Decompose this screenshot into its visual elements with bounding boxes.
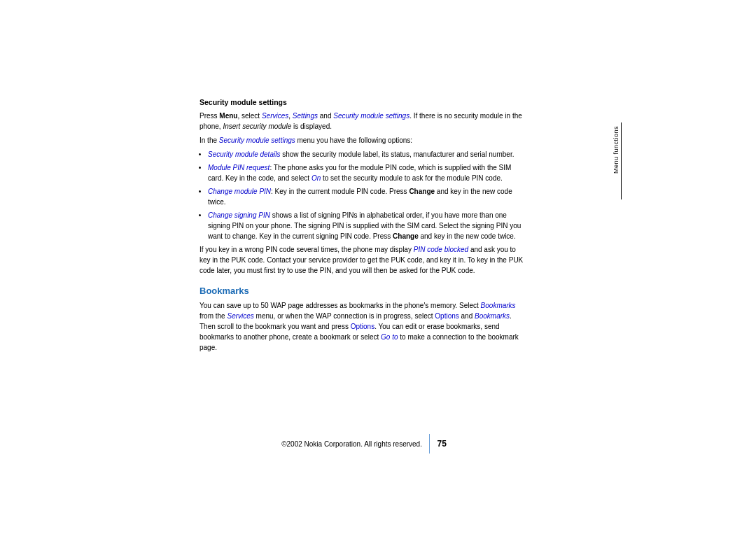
settings-link: Settings — [293, 112, 318, 120]
go-to-link: Go to — [381, 333, 398, 341]
page: Menu functions Security module settings … — [0, 0, 756, 534]
copyright-text: ©2002 Nokia Corporation. All rights rese… — [281, 440, 422, 448]
security-module-details-link: Security module details — [208, 150, 280, 158]
change-bold-2: Change — [393, 232, 419, 240]
bookmarks-link-2: Bookmarks — [475, 312, 510, 320]
module-pin-request-link: Module PIN request — [208, 164, 270, 171]
footer: ©2002 Nokia Corporation. All rights rese… — [200, 434, 528, 454]
on-link: On — [312, 174, 321, 182]
bookmarks-paragraph: You can save up to 50 WAP page addresses… — [200, 300, 528, 353]
content-area: Security module settings Press Menu, sel… — [200, 98, 528, 356]
security-intro-2: In the Security module settings menu you… — [200, 135, 528, 146]
services-link-2: Services — [227, 312, 253, 320]
change-bold-1: Change — [409, 188, 435, 195]
bullet-list: Security module details show the securit… — [208, 149, 528, 241]
security-intro-1: Press Menu, select Services, Settings an… — [200, 111, 528, 132]
security-module-settings-link: Security module settings — [333, 112, 410, 120]
menu-bold: Menu — [219, 112, 237, 120]
services-link: Services — [262, 112, 288, 120]
security-section-title: Security module settings — [200, 98, 528, 106]
bookmarks-heading: Bookmarks — [200, 286, 528, 296]
insert-security-module-text: Insert security module — [223, 122, 291, 130]
side-label: Menu functions — [612, 126, 620, 174]
bookmarks-link-1: Bookmarks — [481, 302, 516, 309]
bullet-item-2: Module PIN request: The phone asks you f… — [208, 162, 528, 183]
change-module-pin-link: Change module PIN — [208, 188, 271, 195]
change-signing-pin-link: Change signing PIN — [208, 211, 270, 219]
bookmarks-section: Bookmarks You can save up to 50 WAP page… — [200, 286, 528, 353]
bullet-item-4: Change signing PIN shows a list of signi… — [208, 210, 528, 241]
side-bar-line — [621, 122, 622, 199]
puk-text: If you key in a wrong PIN code several t… — [200, 244, 528, 276]
pin-code-blocked-link: PIN code blocked — [414, 246, 468, 253]
security-module-settings-link-2: Security module settings — [219, 136, 295, 144]
security-section: Security module settings Press Menu, sel… — [200, 98, 528, 276]
footer-divider — [429, 434, 430, 454]
bullet-item-3: Change module PIN: Key in the current mo… — [208, 186, 528, 207]
options-link-1: Options — [435, 312, 458, 320]
page-number: 75 — [437, 439, 446, 449]
options-link-2: Options — [351, 323, 374, 330]
bullet-item-1: Security module details show the securit… — [208, 149, 528, 160]
